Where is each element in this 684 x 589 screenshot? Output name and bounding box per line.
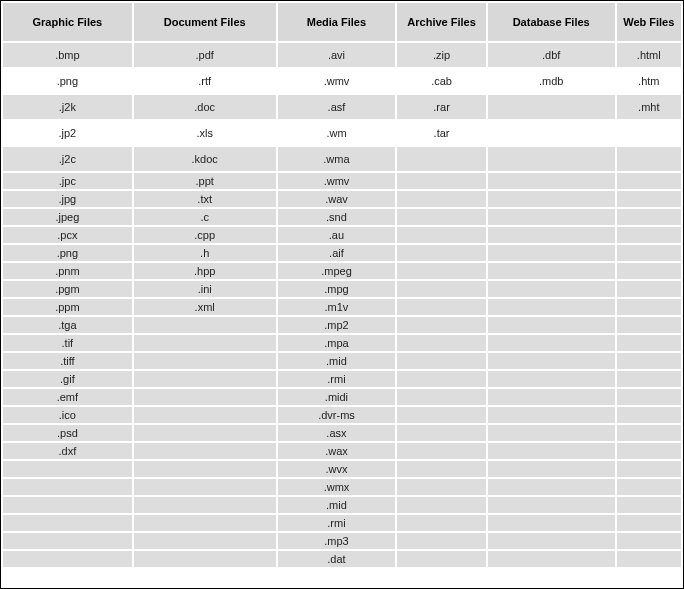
cell-web xyxy=(617,389,681,405)
cell-archive xyxy=(397,299,486,315)
cell-database xyxy=(488,95,615,119)
cell-media: .wax xyxy=(278,443,396,459)
cell-archive xyxy=(397,461,486,477)
cell-web: .html xyxy=(617,43,681,67)
cell-graphic: .jpg xyxy=(3,191,132,207)
cell-media: .asf xyxy=(278,95,396,119)
cell-web xyxy=(617,147,681,171)
cell-media: .mp3 xyxy=(278,533,396,549)
cell-graphic: .pcx xyxy=(3,227,132,243)
cell-web xyxy=(617,335,681,351)
cell-media: .dat xyxy=(278,551,396,567)
cell-graphic xyxy=(3,533,132,549)
cell-archive xyxy=(397,425,486,441)
cell-graphic: .png xyxy=(3,69,132,93)
cell-graphic: .gif xyxy=(3,371,132,387)
cell-database xyxy=(488,497,615,513)
cell-archive xyxy=(397,263,486,279)
cell-web xyxy=(617,317,681,333)
col-header-3: Archive Files xyxy=(397,3,486,41)
cell-web xyxy=(617,533,681,549)
cell-database xyxy=(488,227,615,243)
file-types-table: Graphic FilesDocument FilesMedia FilesAr… xyxy=(1,1,683,569)
cell-document: .c xyxy=(134,209,276,225)
cell-media: .mp2 xyxy=(278,317,396,333)
cell-web xyxy=(617,245,681,261)
cell-database xyxy=(488,425,615,441)
cell-media: .snd xyxy=(278,209,396,225)
cell-archive xyxy=(397,407,486,423)
cell-web: .mht xyxy=(617,95,681,119)
cell-database xyxy=(488,191,615,207)
cell-web xyxy=(617,121,681,145)
cell-document xyxy=(134,335,276,351)
cell-database xyxy=(488,551,615,567)
cell-archive: .zip xyxy=(397,43,486,67)
cell-archive: .rar xyxy=(397,95,486,119)
cell-archive xyxy=(397,245,486,261)
cell-graphic: .tif xyxy=(3,335,132,351)
cell-document xyxy=(134,317,276,333)
cell-media: .mpeg xyxy=(278,263,396,279)
cell-database xyxy=(488,299,615,315)
cell-database xyxy=(488,443,615,459)
cell-database xyxy=(488,209,615,225)
cell-media: .wmv xyxy=(278,69,396,93)
cell-media: .rmi xyxy=(278,371,396,387)
cell-graphic: .ico xyxy=(3,407,132,423)
cell-database xyxy=(488,173,615,189)
cell-archive xyxy=(397,479,486,495)
cell-web xyxy=(617,227,681,243)
cell-archive xyxy=(397,389,486,405)
cell-media: .wmx xyxy=(278,479,396,495)
cell-document: .kdoc xyxy=(134,147,276,171)
cell-database xyxy=(488,147,615,171)
cell-archive xyxy=(397,227,486,243)
cell-database: .dbf xyxy=(488,43,615,67)
cell-database xyxy=(488,317,615,333)
cell-graphic: .jp2 xyxy=(3,121,132,145)
cell-database xyxy=(488,407,615,423)
cell-web xyxy=(617,371,681,387)
cell-graphic xyxy=(3,551,132,567)
cell-media: .avi xyxy=(278,43,396,67)
cell-web xyxy=(617,263,681,279)
cell-graphic: .jpc xyxy=(3,173,132,189)
cell-media: .wvx xyxy=(278,461,396,477)
cell-document: .ppt xyxy=(134,173,276,189)
cell-database xyxy=(488,515,615,531)
cell-archive xyxy=(397,443,486,459)
cell-web xyxy=(617,551,681,567)
cell-graphic: .j2k xyxy=(3,95,132,119)
cell-document: .ini xyxy=(134,281,276,297)
cell-archive xyxy=(397,335,486,351)
cell-document xyxy=(134,371,276,387)
cell-graphic xyxy=(3,461,132,477)
cell-document xyxy=(134,425,276,441)
cell-archive xyxy=(397,281,486,297)
cell-graphic xyxy=(3,479,132,495)
cell-archive xyxy=(397,317,486,333)
cell-graphic xyxy=(3,497,132,513)
cell-media: .wmv xyxy=(278,173,396,189)
cell-graphic: .jpeg xyxy=(3,209,132,225)
cell-web xyxy=(617,461,681,477)
cell-web: .htm xyxy=(617,69,681,93)
cell-graphic: .psd xyxy=(3,425,132,441)
cell-web xyxy=(617,443,681,459)
cell-web xyxy=(617,281,681,297)
col-header-2: Media Files xyxy=(278,3,396,41)
cell-archive xyxy=(397,515,486,531)
cell-web xyxy=(617,497,681,513)
cell-media: .wm xyxy=(278,121,396,145)
cell-archive xyxy=(397,353,486,369)
cell-document xyxy=(134,551,276,567)
cell-media: .aif xyxy=(278,245,396,261)
cell-graphic: .emf xyxy=(3,389,132,405)
cell-media: .dvr-ms xyxy=(278,407,396,423)
cell-web xyxy=(617,479,681,495)
cell-document xyxy=(134,353,276,369)
cell-document xyxy=(134,479,276,495)
cell-document: .hpp xyxy=(134,263,276,279)
cell-web xyxy=(617,299,681,315)
